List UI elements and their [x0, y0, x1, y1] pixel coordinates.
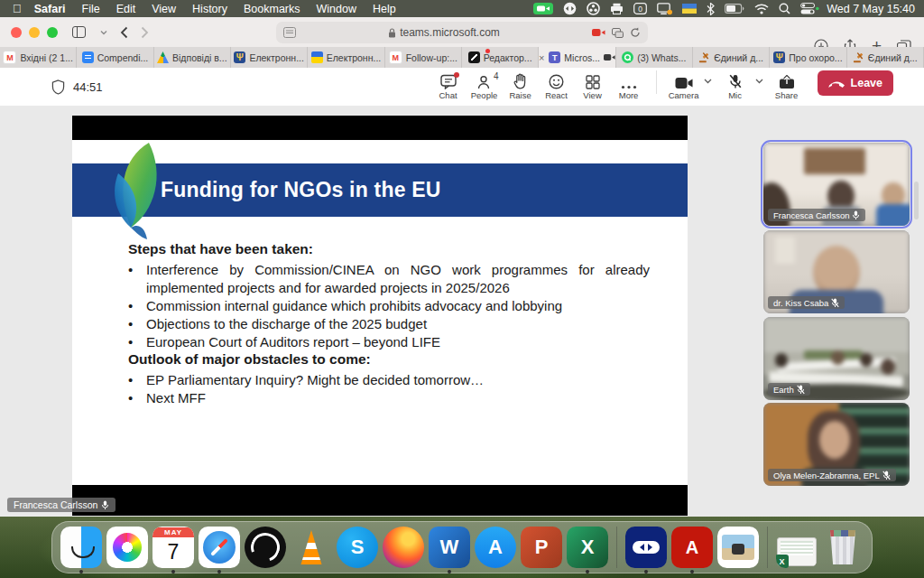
menu-clock[interactable]: Wed 7 May 15:40 — [827, 3, 915, 15]
react-button[interactable]: React — [539, 73, 575, 100]
dock-calendar-icon[interactable]: MAY7 — [152, 527, 194, 568]
tab-label: (3) Whats... — [637, 52, 686, 63]
chevron-down-icon[interactable] — [755, 79, 763, 84]
dock-finder-icon[interactable] — [60, 527, 102, 568]
teamviewer-status-icon[interactable] — [563, 0, 577, 17]
tab-label: Follow-up:... — [406, 52, 457, 63]
browser-tab-11[interactable]: Єдиний д... — [847, 47, 924, 68]
browser-tab-5[interactable]: MFollow-up:... — [385, 47, 462, 68]
forward-icon[interactable] — [141, 26, 149, 39]
reload-icon[interactable] — [630, 27, 641, 38]
ukraine-emblem-icon: Ψ — [773, 51, 785, 63]
control-center-icon[interactable] — [800, 0, 819, 17]
sidebar-icon[interactable] — [72, 26, 88, 39]
more-button[interactable]: More — [611, 73, 647, 100]
participant-tile-1[interactable]: dr. Kiss Csaba — [763, 230, 910, 313]
browser-tab-9[interactable]: Єдиний д... — [693, 47, 770, 68]
meeting-stage: Funding for NGOs in the EU — [0, 106, 924, 517]
dock-photos-icon[interactable] — [106, 527, 148, 568]
dock-safari-icon[interactable] — [199, 527, 240, 568]
people-icon: 4 — [477, 73, 492, 89]
camera-button[interactable]: Camera — [666, 73, 702, 100]
leave-button[interactable]: Leave — [818, 70, 893, 96]
teams-meeting-bar: 44:51 Chat4PeopleRaiseReactViewMoreCamer… — [0, 68, 924, 107]
obs-status-icon[interactable] — [587, 0, 600, 17]
tab-media-icon[interactable] — [612, 28, 624, 38]
spotlight-search-icon[interactable] — [779, 0, 790, 17]
mic-button[interactable]: Mic — [717, 73, 753, 100]
minimize-window-button[interactable] — [29, 27, 40, 38]
close-window-button[interactable] — [11, 27, 22, 38]
browser-tab-7[interactable]: ×TMicros... — [539, 47, 615, 68]
dock-powerpoint-icon[interactable]: P — [521, 527, 562, 568]
share-button[interactable]: Share — [769, 73, 805, 100]
zoom-window-button[interactable] — [47, 27, 58, 38]
participant-name-label: Olya Melen-Zabramna, EPL — [768, 469, 896, 481]
ukraine-flag-icon — [311, 51, 323, 63]
browser-tab-3[interactable]: ΨЕлектронн... — [231, 47, 308, 68]
dock-skype-icon[interactable]: S — [337, 527, 378, 568]
gavel-icon — [853, 51, 864, 63]
dock-divider — [616, 527, 617, 568]
slide-bullet: •Objections to the discharge of the 2025… — [128, 315, 650, 333]
dock-word-icon[interactable]: W — [429, 527, 470, 568]
address-url[interactable]: teams.microsoft.com — [400, 26, 500, 39]
dock-obs-icon[interactable] — [245, 527, 286, 568]
address-bar[interactable]: teams.microsoft.com — [276, 22, 648, 43]
menu-item-bookmarks[interactable]: Bookmarks — [244, 3, 300, 15]
menu-item-help[interactable]: Help — [373, 3, 396, 15]
sidebar-chevron-icon[interactable] — [100, 30, 107, 35]
screen-recording-active-icon[interactable] — [533, 0, 553, 17]
keystroke-counter-zero-icon[interactable]: 0 — [633, 0, 647, 17]
browser-tab-2[interactable]: Відповіді в... — [154, 47, 231, 68]
dock-vlc-icon[interactable] — [291, 527, 332, 568]
whatsapp-icon — [622, 51, 633, 63]
dock-excel-icon[interactable]: X — [567, 527, 608, 568]
participant-tile-3[interactable]: Olya Melen-Zabramna, EPL — [763, 403, 910, 486]
view-button[interactable]: View — [575, 73, 611, 100]
browser-tab-6[interactable]: Редактор... — [462, 47, 539, 68]
dock-firefox-icon[interactable] — [383, 527, 424, 568]
dock-image-file-icon[interactable] — [717, 527, 759, 568]
battery-icon[interactable] — [725, 0, 744, 17]
dock-acrobat-icon[interactable]: A — [671, 527, 713, 568]
dock-app-store-icon[interactable]: A — [475, 527, 516, 568]
display-mirroring-icon[interactable] — [657, 0, 672, 17]
bluetooth-icon[interactable] — [707, 0, 715, 17]
back-icon[interactable] — [120, 26, 128, 39]
menu-item-edit[interactable]: Edit — [116, 3, 136, 15]
menu-item-view[interactable]: View — [152, 3, 176, 15]
browser-tab-0[interactable]: MВхідні (2 1... — [0, 47, 77, 68]
browser-tab-10[interactable]: ΨПро охоро... — [770, 47, 846, 68]
menu-app-name[interactable]: Safari — [34, 3, 66, 15]
participant-tile-2[interactable]: Earth — [763, 317, 910, 400]
camera-recording-icon[interactable] — [592, 28, 605, 37]
participant-tile-0[interactable]: Francesca Carlsson — [763, 143, 910, 226]
gmail-icon: M — [389, 51, 402, 64]
tab-label: Micros... — [564, 52, 600, 63]
browser-tab-4[interactable]: Електронн... — [308, 47, 384, 68]
tab-close-icon[interactable]: × — [539, 52, 544, 63]
apple-menu-icon[interactable]:  — [13, 0, 22, 17]
dock-trash-icon[interactable] — [822, 527, 864, 568]
slide-section-heading: Outlook of major obstacles to come: — [128, 351, 650, 368]
browser-tab-1[interactable]: Compendi... — [77, 47, 153, 68]
chevron-down-icon[interactable] — [704, 79, 712, 84]
dock-teamviewer-icon[interactable] — [625, 527, 667, 568]
raise-button[interactable]: Raise — [503, 73, 539, 100]
dock-excel-window-icon[interactable]: X — [776, 527, 818, 568]
chat-button[interactable]: Chat — [430, 73, 467, 100]
slide-bullet: •European Court of Auditors report – bey… — [128, 333, 650, 351]
printer-status-icon[interactable] — [610, 0, 624, 17]
menu-item-history[interactable]: History — [192, 3, 227, 15]
menu-item-window[interactable]: Window — [317, 3, 356, 15]
menu-item-file[interactable]: File — [82, 3, 100, 15]
wifi-icon[interactable] — [754, 0, 769, 17]
tab-camera-indicator-icon — [604, 53, 615, 61]
participants-scrollbar[interactable] — [914, 182, 919, 219]
people-button[interactable]: 4People — [467, 73, 503, 100]
reader-page-icon[interactable] — [283, 27, 296, 38]
ukraine-flag-icon[interactable] — [682, 0, 697, 17]
browser-tab-8[interactable]: (3) Whats... — [616, 47, 693, 68]
dock-divider — [767, 527, 768, 568]
